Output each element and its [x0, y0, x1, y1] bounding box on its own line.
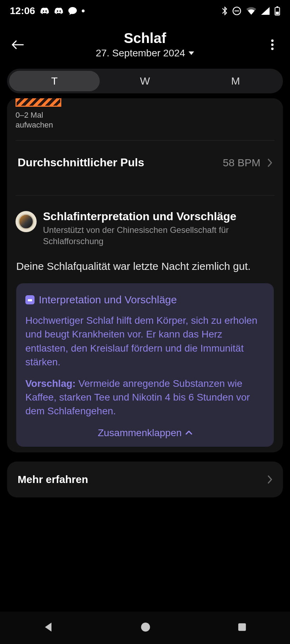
- tab-month[interactable]: M: [190, 71, 281, 91]
- svg-rect-3: [276, 6, 278, 7]
- org-badge-icon: [16, 211, 37, 232]
- collapse-label: Zusammenklappen: [98, 426, 181, 440]
- svg-point-7: [271, 48, 274, 50]
- svg-point-8: [141, 623, 150, 631]
- wake-bar: [16, 98, 274, 107]
- date-label: 27. September 2024: [96, 48, 185, 59]
- system-nav-bar: [0, 612, 290, 644]
- page-title: Schlaf: [28, 30, 262, 46]
- more-vertical-icon: [271, 39, 274, 50]
- avg-pulse-label: Durchschnittlicher Puls: [18, 156, 223, 169]
- note-icon: [25, 295, 35, 304]
- chevron-right-icon: [267, 159, 272, 167]
- tab-day[interactable]: T: [9, 71, 100, 91]
- status-time: 12:06: [10, 5, 35, 17]
- discord-icon: [54, 7, 63, 14]
- interp-subtitle: Unterstützt von der Chinesischen Gesells…: [43, 224, 274, 246]
- nav-home-icon: [140, 622, 151, 632]
- tip-paragraph-2: Vorschlag: Vermeide anregende Substanzen…: [25, 377, 265, 418]
- nav-back-button[interactable]: [43, 622, 54, 634]
- status-bar: 12:06: [0, 0, 290, 20]
- collapse-button[interactable]: Zusammenklappen: [25, 426, 265, 440]
- avg-pulse-row[interactable]: Durchschnittlicher Puls 58 BPM: [7, 141, 283, 185]
- tip-paragraph-1: Hochwertiger Schlaf hilft dem Körper, si…: [25, 314, 265, 369]
- nav-recent-button[interactable]: [237, 623, 247, 633]
- triangle-down-icon: [189, 51, 194, 55]
- chat-icon: [68, 7, 77, 15]
- svg-point-6: [271, 43, 274, 46]
- wifi-icon: [246, 7, 256, 15]
- interp-title: Schlafinterpretation und Vorschläge: [43, 210, 274, 223]
- battery-icon: [274, 6, 280, 16]
- bluetooth-icon: [222, 6, 227, 16]
- more-menu-button[interactable]: [262, 39, 283, 50]
- notification-dot-icon: [82, 10, 85, 12]
- tip-box: Interpretation und Vorschläge Hochwertig…: [16, 283, 274, 447]
- tab-week[interactable]: W: [100, 71, 190, 91]
- svg-rect-9: [238, 623, 246, 631]
- nav-back-icon: [43, 622, 54, 632]
- back-button[interactable]: [7, 40, 28, 50]
- nav-recent-icon: [237, 623, 247, 632]
- arrow-left-icon: [11, 40, 24, 50]
- svg-rect-4: [276, 12, 279, 14]
- learn-more-row[interactable]: Mehr erfahren: [7, 462, 283, 497]
- svg-point-5: [271, 39, 274, 42]
- date-selector[interactable]: 27. September 2024: [28, 48, 262, 59]
- avg-pulse-value: 58 BPM: [223, 157, 260, 169]
- nav-home-button[interactable]: [140, 622, 151, 634]
- quality-summary: Deine Schlafqualität war letzte Nacht zi…: [16, 259, 274, 274]
- period-tabs: T W M: [7, 69, 283, 93]
- chevron-up-icon: [185, 431, 192, 435]
- wake-caption: 0–2 Mal aufwachen: [16, 110, 274, 130]
- tip-suggest-label: Vorschlag:: [25, 378, 76, 389]
- app-header: Schlaf 27. September 2024: [0, 20, 290, 65]
- dnd-icon: [232, 6, 241, 16]
- learn-more-label: Mehr erfahren: [18, 473, 267, 485]
- discord-icon: [40, 7, 49, 14]
- signal-icon: [261, 7, 270, 15]
- sleep-card: 0–2 Mal aufwachen Durchschnittlicher Pul…: [7, 98, 283, 452]
- tip-heading: Interpretation und Vorschläge: [39, 292, 177, 307]
- chevron-right-icon: [267, 475, 272, 484]
